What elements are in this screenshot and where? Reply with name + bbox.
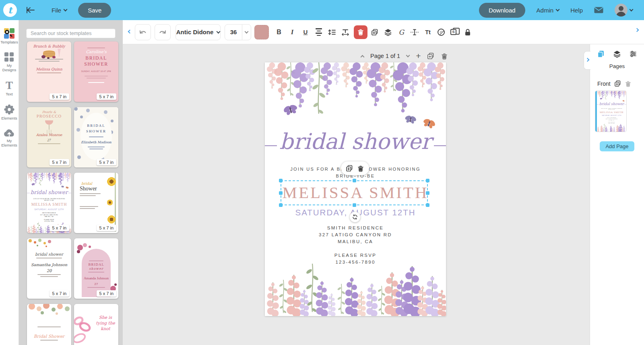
template-line: 27 [27, 138, 71, 142]
template-title: Caroline's [74, 50, 118, 54]
glyphs-button[interactable]: G [395, 26, 407, 38]
left-sidebar: Templates My Designs T Text Elements My … [0, 20, 19, 345]
invitation-date: SATURDAY, AUGUST 12TH [27, 208, 71, 211]
redo-button[interactable] [155, 24, 171, 40]
template-card-tying-the-knot[interactable]: She is tying the knot [74, 304, 118, 345]
sidebar-item-text[interactable]: T Text [0, 80, 19, 97]
tab-layers[interactable] [613, 50, 621, 58]
font-family-value: Antic Didone [176, 29, 214, 35]
page-thumbnail-preview: bridal shower JOIN US FOR A BRIDAL SHOWE… [597, 91, 626, 132]
search-input[interactable] [26, 29, 116, 38]
panel-collapse-tab[interactable] [584, 51, 590, 70]
template-card-rose-arch[interactable]: BRIDAL shower Amanda Johnson 27 5 x 7 in [74, 238, 118, 299]
templates-panel: Brunch & Bubbly Melissa Quinn 5 x 7 in C… [19, 20, 123, 345]
invitation-title-script: bridal shower [27, 188, 71, 196]
download-button[interactable]: Download [479, 3, 525, 18]
template-card-peach-roses[interactable]: Bridal Shower [27, 304, 71, 345]
resize-handle-sw[interactable] [279, 203, 283, 207]
font-color-swatch[interactable] [254, 25, 269, 39]
panel-collapse-right-icon[interactable] [635, 28, 639, 32]
next-page-button[interactable] [407, 55, 409, 57]
duplicate-page-button[interactable] [614, 80, 621, 87]
template-card-wildflower[interactable]: bridal shower Samantha Johnson 20 5 x 7 … [27, 238, 71, 299]
lock-button[interactable] [462, 26, 474, 38]
invitation-page[interactable]: bridal shower JOIN US FOR A BRIDAL SHOWE… [265, 62, 446, 316]
delete-button[interactable] [354, 25, 367, 39]
bold-button[interactable]: B [273, 26, 285, 38]
templates-icon [4, 28, 14, 39]
help-link[interactable]: Help [570, 7, 583, 14]
font-size-select[interactable]: 36 [225, 24, 251, 40]
account-menu[interactable] [615, 4, 633, 17]
delete-page-button[interactable] [625, 81, 632, 87]
template-card-carolines[interactable]: Caroline's BRIDAL SHOWER SUNDAY, AUGUST … [74, 41, 118, 102]
template-title: She is tying the knot [95, 314, 116, 332]
size-badge: 5 x 7 in [97, 159, 116, 165]
delete-page-button[interactable] [441, 53, 448, 60]
duplicate-button[interactable] [369, 26, 381, 38]
wildflower-florals-bottom [265, 256, 446, 316]
save-button[interactable]: Save [78, 3, 111, 18]
sidebar-item-my-elements[interactable]: My Elements [0, 128, 19, 148]
selection-box[interactable] [281, 180, 428, 205]
template-card-blue-floral[interactable]: BRIDAL SHOWER Elizabeth Madison 5 x 7 in [74, 107, 118, 167]
panel-collapse-left-icon[interactable] [128, 29, 132, 33]
resize-handle-n[interactable] [353, 179, 356, 182]
template-name: Melissa Quinn [27, 67, 71, 71]
admin-menu[interactable]: Admin [537, 7, 559, 14]
delete-element-button[interactable] [357, 165, 364, 172]
envelope-icon [594, 7, 603, 13]
template-card-brunch-bubbly[interactable]: Brunch & Bubbly Melissa Quinn 5 x 7 in [27, 41, 71, 102]
size-badge: 5 x 7 in [50, 290, 69, 297]
opacity-button[interactable] [435, 26, 447, 38]
template-card-pearls-prosecco[interactable]: Pearls & PROSECCO Azalea Monroe 27 5 x 7… [27, 107, 71, 167]
shadow-button[interactable]: S [448, 26, 460, 38]
duplicate-page-button[interactable] [427, 52, 434, 60]
tab-settings[interactable] [629, 50, 637, 58]
template-card-sunflower[interactable]: bridal Shower 5 x 7 in [74, 173, 118, 233]
chevron-down-icon [630, 8, 634, 12]
previous-page-button[interactable] [361, 54, 364, 58]
invitation-address[interactable]: SMITH RESIDENCE327 LATIGO CANYON RDMALIB… [265, 225, 446, 245]
pancakes-illustration [43, 50, 55, 58]
italic-button[interactable]: I [286, 26, 298, 38]
selected-page-indicator [595, 91, 597, 132]
resize-handle-w[interactable] [279, 191, 283, 195]
underline-button[interactable]: U [299, 26, 312, 38]
sidebar-item-elements[interactable]: Elements [0, 104, 19, 121]
template-title: Pearls & [27, 110, 71, 114]
resize-handle-se[interactable] [426, 203, 429, 207]
line-spacing-button[interactable] [326, 26, 338, 38]
font-size-dropdown[interactable] [242, 25, 251, 40]
sidebar-item-my-designs[interactable]: My Designs [0, 52, 19, 72]
template-card-wisteria[interactable]: bridal shower JOIN US FOR A BRIDAL SHOWE… [27, 173, 71, 233]
undo-button[interactable] [135, 24, 151, 40]
text-width-button[interactable] [339, 26, 351, 38]
resize-handle-ne[interactable] [426, 179, 429, 182]
resize-handle-s[interactable] [353, 203, 356, 207]
add-page-icon-button[interactable]: + [416, 52, 421, 60]
size-badge: 5 x 7 in [50, 93, 69, 100]
flower-icon [4, 104, 14, 115]
resize-handle-e[interactable] [426, 191, 429, 195]
app-logo[interactable]: t [3, 3, 17, 17]
text-align-button[interactable] [313, 26, 325, 38]
rotate-handle[interactable] [350, 212, 360, 222]
back-button[interactable] [26, 6, 35, 14]
layers-button[interactable] [382, 26, 394, 38]
design-canvas[interactable]: Page 1 of 1 + [123, 44, 590, 345]
duplicate-element-button[interactable] [346, 165, 353, 172]
file-menu[interactable]: File [52, 7, 67, 14]
invitation-title-script[interactable]: bridal shower [265, 123, 446, 160]
messages-button[interactable] [594, 7, 603, 13]
chevron-down-icon [245, 29, 249, 33]
add-page-button[interactable]: Add Page [600, 141, 634, 151]
text-case-button[interactable]: Tt [422, 26, 434, 38]
text-cursor-button[interactable] [409, 26, 421, 38]
resize-handle-nw[interactable] [279, 179, 283, 182]
tab-pages[interactable] [597, 50, 605, 58]
font-family-select[interactable]: Antic Didone [175, 24, 221, 40]
page-thumbnail-front[interactable]: bridal shower JOIN US FOR A BRIDAL SHOWE… [595, 91, 626, 132]
right-panel: Pages Front [590, 44, 644, 345]
sidebar-item-templates[interactable]: Templates [0, 28, 19, 45]
